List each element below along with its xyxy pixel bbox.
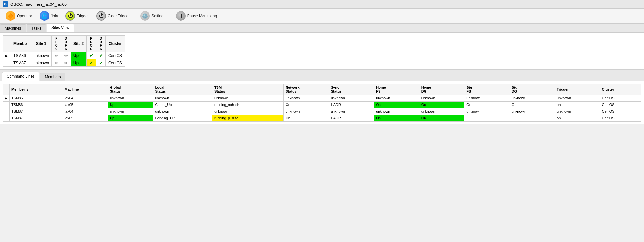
clear-trigger-icon: ⏻ (96, 11, 106, 21)
row-machine: lax04 (63, 95, 108, 102)
col-proc2-header: PROC (87, 36, 96, 52)
join-button[interactable]: 🌐 Join (36, 10, 62, 22)
row-tsm-status: running_nohadr (212, 102, 283, 108)
row-tsm-status: running_p_disc (212, 115, 283, 122)
row-arrow (3, 108, 10, 115)
settings-icon: ⚙️ (140, 11, 150, 21)
main-tabs: Machines Tasks Sites View (0, 24, 644, 33)
col-dbfs1-header: DBFS (61, 36, 71, 52)
row-proc1: ✏ (52, 59, 61, 67)
mcol-trigger-header: Trigger (555, 84, 600, 95)
row-network-status: unknown (284, 108, 329, 115)
table-row: ▶ TSM86 unknown ✏ ✏ Up ✔ ✔ CentOS (3, 52, 125, 59)
row-stg-dg: . (510, 115, 555, 122)
row-arrow (3, 115, 10, 122)
row-dbfs1: ✏ (61, 59, 71, 67)
row-site2: Up (71, 52, 87, 59)
tab-tasks[interactable]: Tasks (27, 24, 46, 32)
row-member: TSM87 (11, 59, 31, 67)
row-machine: lax05 (63, 102, 108, 108)
row-cluster: CentOS (106, 52, 125, 59)
mcol-stg-fs-header: StgFS (464, 84, 510, 95)
row-home-fs: unknown (374, 108, 419, 115)
row-site1: unknown (31, 59, 52, 67)
col-site1-header: Site 1 (31, 36, 52, 52)
col-dbfs2-header: DBFS (96, 36, 106, 52)
row-arrow (3, 59, 11, 67)
pause-button[interactable]: ⏸ Pause Monitoring (172, 10, 221, 22)
row-stg-dg: unknown (510, 108, 555, 115)
row-member: TSM86 (10, 95, 63, 102)
operator-button[interactable]: 🔶 Operator (2, 10, 36, 22)
main-content: Member Site 1 PROC DBFS Site 2 PROC DBFS… (0, 33, 644, 124)
row-sync-status: unknown (329, 95, 374, 102)
row-stg-fs: unknown (464, 95, 510, 102)
settings-button[interactable]: ⚙️ Settings (136, 10, 169, 22)
row-stg-dg: On (510, 102, 555, 108)
row-tsm-status: unknown (212, 108, 283, 115)
row-global-status: unknown (108, 95, 153, 102)
row-stg-dg: unknown (510, 95, 555, 102)
row-proc1: ✏ (52, 52, 61, 59)
row-network-status: unknown (284, 95, 329, 102)
sites-table-section: Member Site 1 PROC DBFS Site 2 PROC DBFS… (0, 33, 644, 70)
row-trigger: unknown (555, 108, 600, 115)
sites-table: Member Site 1 PROC DBFS Site 2 PROC DBFS… (3, 35, 125, 67)
operator-label: Operator (17, 14, 32, 18)
clear-trigger-label: Clear Trigger (108, 14, 130, 18)
tab-members[interactable]: Members (40, 73, 65, 81)
row-arrow: ▶ (3, 52, 11, 59)
trigger-label: Trigger (77, 14, 89, 18)
row-site2: Up (71, 59, 87, 67)
title-bar: G GSCC: machines_lax04_lax05 (0, 0, 644, 9)
row-stg-fs: unknown (464, 108, 510, 115)
row-proc2: ✔ (87, 52, 96, 59)
toolbar: 🔶 Operator 🌐 Join ⏻ Trigger ⏻ Clear Trig… (0, 9, 644, 24)
row-cluster: CentOS (106, 59, 125, 67)
row-member: TSM86 (11, 52, 31, 59)
row-proc2: ✔ (87, 59, 96, 67)
operator-icon: 🔶 (6, 11, 15, 21)
app-icon: G (3, 1, 8, 7)
row-dbfs2: ✔ (96, 52, 106, 59)
trigger-icon: ⏻ (65, 11, 75, 21)
sort-arrow: ▲ (26, 88, 29, 91)
table-row: ▶ TSM86 lax04 unknown unknown unknown un… (3, 95, 641, 102)
row-local-status: Pending_UP (153, 115, 212, 122)
window-title: GSCC: machines_lax04_lax05 (10, 2, 67, 7)
sites-table-body: ▶ TSM86 unknown ✏ ✏ Up ✔ ✔ CentOS TSM87 … (3, 52, 125, 67)
tab-command-lines[interactable]: Command Lines (2, 72, 39, 81)
row-stg-fs: . (464, 115, 510, 122)
row-home-dg: unknown (419, 108, 464, 115)
tab-machines[interactable]: Machines (0, 24, 26, 32)
trigger-button[interactable]: ⏻ Trigger (62, 10, 93, 22)
col-proc1-header: PROC (52, 36, 61, 52)
mcol-home-dg-header: HomeDG (419, 84, 464, 95)
settings-label: Settings (151, 14, 165, 18)
row-stg-fs: On (464, 102, 510, 108)
mcol-member-header: Member ▲ (10, 84, 63, 95)
tab-sites-view[interactable]: Sites View (47, 24, 74, 32)
row-site1: unknown (31, 52, 52, 59)
row-tsm-status: unknown (212, 95, 283, 102)
mcol-arrow-header (3, 84, 10, 95)
table-row: TSM87 lax05 Up Pending_UP running_p_disc… (3, 115, 641, 122)
row-local-status: unknown (153, 95, 212, 102)
toolbar-divider2 (171, 10, 171, 22)
pause-icon: ⏸ (176, 11, 186, 21)
row-member: TSM87 (10, 115, 63, 122)
col-cluster-header: Cluster (106, 36, 125, 52)
row-trigger: unknown (555, 95, 600, 102)
row-home-fs: On (374, 115, 419, 122)
mcol-local-status-header: LocalStatus (153, 84, 212, 95)
row-cluster: CentOS (600, 108, 641, 115)
row-sync-status: HADR (329, 102, 374, 108)
row-home-dg: unknown (419, 95, 464, 102)
row-arrow: ▶ (3, 95, 10, 102)
row-trigger: on (555, 102, 600, 108)
clear-trigger-button[interactable]: ⏻ Clear Trigger (93, 10, 134, 22)
row-sync-status: unknown (329, 108, 374, 115)
row-home-dg: On (419, 115, 464, 122)
cmd-section: Command Lines Members Member ▲ Machine G… (0, 70, 644, 124)
row-trigger: on (555, 115, 600, 122)
